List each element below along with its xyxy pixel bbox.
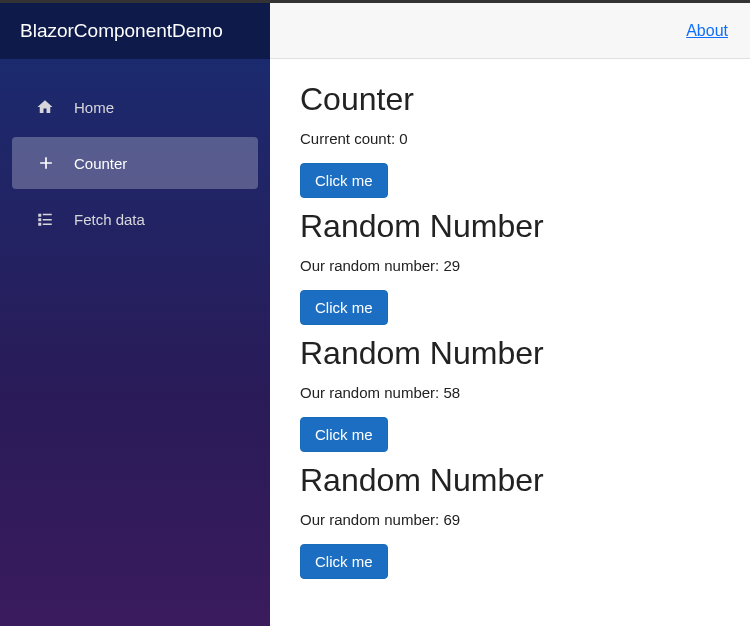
random-section-0: Random Number Our random number: 29 Clic… (300, 208, 720, 331)
sidebar-item-fetchdata[interactable]: Fetch data (12, 193, 258, 245)
list-icon (36, 209, 64, 229)
about-link[interactable]: About (686, 22, 728, 40)
random-section-2: Random Number Our random number: 69 Clic… (300, 462, 720, 585)
sidebar-item-label: Counter (74, 155, 127, 172)
main-content: Counter Current count: 0 Click me Random… (270, 59, 750, 626)
counter-section: Counter Current count: 0 Click me (300, 81, 720, 204)
random-text: Our random number: 69 (300, 511, 720, 528)
sidebar: Home Counter Fetch data (0, 59, 270, 626)
sidebar-item-home[interactable]: Home (12, 81, 258, 133)
sidebar-item-label: Home (74, 99, 114, 116)
random-text: Our random number: 29 (300, 257, 720, 274)
counter-title: Counter (300, 81, 720, 118)
click-me-button[interactable]: Click me (300, 163, 388, 198)
random-title: Random Number (300, 208, 720, 245)
click-me-button[interactable]: Click me (300, 290, 388, 325)
random-section-1: Random Number Our random number: 58 Clic… (300, 335, 720, 458)
sidebar-item-label: Fetch data (74, 211, 145, 228)
body-row: Home Counter Fetch data Counter Current … (0, 59, 750, 626)
plus-icon (36, 153, 64, 173)
home-icon (36, 97, 64, 117)
top-bar: About (270, 3, 750, 59)
brand: BlazorComponentDemo (0, 3, 270, 59)
random-title: Random Number (300, 335, 720, 372)
click-me-button[interactable]: Click me (300, 544, 388, 579)
random-text: Our random number: 58 (300, 384, 720, 401)
random-title: Random Number (300, 462, 720, 499)
top-row: BlazorComponentDemo About (0, 3, 750, 59)
click-me-button[interactable]: Click me (300, 417, 388, 452)
sidebar-item-counter[interactable]: Counter (12, 137, 258, 189)
counter-count: Current count: 0 (300, 130, 720, 147)
